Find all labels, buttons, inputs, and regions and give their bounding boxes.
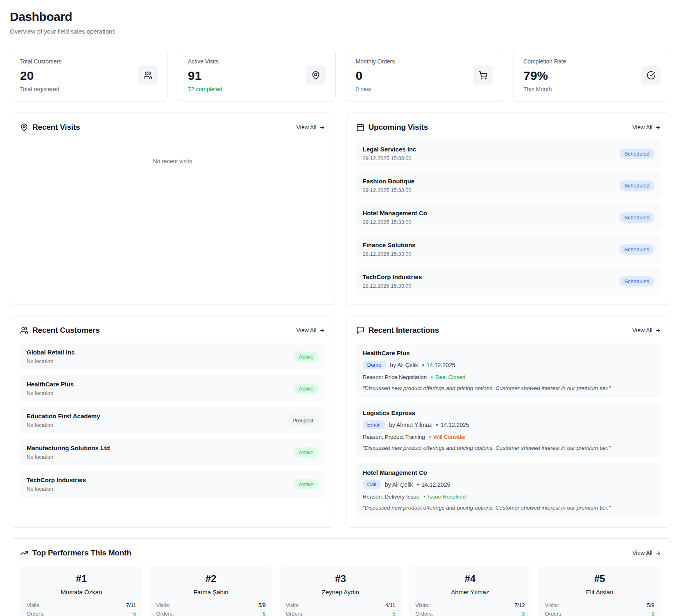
top-performers-view-all-button[interactable]: View All <box>632 550 661 556</box>
customer-name: Global Retail Inc <box>27 349 75 356</box>
performer-rank: #5 <box>545 573 654 584</box>
stat-card: Active Visits 91 72 completed <box>178 49 336 102</box>
performer-name: Fatma Şahin <box>156 589 265 596</box>
visit-datetime: 29.12.2025 15:33:00 <box>363 155 416 161</box>
stat-value: 20 <box>20 69 61 83</box>
trending-up-icon <box>20 549 28 557</box>
upcoming-visit-row[interactable]: Fashion Boutique 29.12.2025 15:33:00 Sch… <box>356 172 661 199</box>
interaction-card[interactable]: HealthCare Plus Demo by Ali Çelik 14.12.… <box>356 343 661 398</box>
upcoming-visit-row[interactable]: Legal Services Inc 29.12.2025 15:33:00 S… <box>356 140 661 167</box>
users-icon <box>20 326 28 334</box>
performer-card: #5 Elif Arslan Visits: 5/9 Orders: 3 Sco… <box>538 566 661 616</box>
recent-visits-empty-message: No recent visits <box>20 140 325 165</box>
recent-interactions-list: HealthCare Plus Demo by Ali Çelik 14.12.… <box>356 343 661 517</box>
customer-row[interactable]: TechCorp Industries No location Active <box>20 471 325 498</box>
interaction-type-badge: Email <box>363 420 385 429</box>
top-performers-panel: Top Performers This Month View All #1 Mu… <box>10 538 671 616</box>
interaction-card[interactable]: Logistics Express Email by Ahmet Yılmaz … <box>356 403 661 458</box>
stat-texts: Total Customers 20 Total registered <box>20 58 61 93</box>
customer-row[interactable]: HealthCare Plus No location Active <box>20 375 325 402</box>
performer-visits: 5/9 <box>258 602 266 608</box>
customer-status-badge: Active <box>294 352 318 362</box>
stat-value: 91 <box>188 69 222 83</box>
interaction-customer-name: Logistics Express <box>363 409 655 416</box>
performer-rank: #4 <box>415 573 525 584</box>
interaction-author: by Ali Çelik <box>390 362 418 368</box>
recent-interactions-panel: Recent Interactions View All HealthCare … <box>346 316 672 528</box>
orders-label: Orders: <box>156 611 174 616</box>
interaction-card[interactable]: Hotel Management Co Call by Ali Çelik 14… <box>356 463 661 517</box>
customer-name: Manufacturing Solutions Ltd <box>27 445 110 451</box>
performer-name: Elif Arslan <box>545 589 654 596</box>
shopping-cart-icon <box>473 65 493 85</box>
interaction-note: "Discussed new product offerings and pri… <box>363 505 655 511</box>
stat-card: Completion Rate 79% This Month <box>513 49 671 102</box>
visit-datetime: 29.12.2025 15:33:00 <box>363 219 428 225</box>
recent-interactions-title: Recent Interactions <box>369 326 439 335</box>
upcoming-visit-row[interactable]: TechCorp Industries 28.12.2025 15:33:00 … <box>356 268 661 295</box>
page-subtitle: Overview of your field sales operations <box>10 28 671 35</box>
orders-label: Orders: <box>545 611 563 616</box>
interaction-reason: Reason: Product Training <box>363 434 425 440</box>
stat-label: Active Visits <box>188 58 222 65</box>
visit-customer-name: Finance Solutions <box>363 241 416 248</box>
interaction-note: "Discussed new product offerings and pri… <box>363 445 655 451</box>
visit-datetime: 28.12.2025 15:33:00 <box>363 283 422 289</box>
performer-name: Mustafa Özkan <box>27 589 136 596</box>
upcoming-visits-list: Legal Services Inc 29.12.2025 15:33:00 S… <box>356 140 661 295</box>
top-performers-title: Top Performers This Month <box>32 548 131 557</box>
customer-location: No location <box>27 390 74 396</box>
performer-card: #3 Zeynep Aydın Visits: 4/11 Orders: 5 S… <box>279 566 402 616</box>
visits-label: Visits: <box>156 602 170 608</box>
stat-subtext: 0 new <box>356 86 395 93</box>
visit-datetime: 28.12.2025 15:33:00 <box>363 251 416 257</box>
visit-status-badge: Scheduled <box>620 181 654 191</box>
interaction-author: by Ahmet Yılmaz <box>389 422 432 428</box>
visit-status-badge: Scheduled <box>620 244 654 255</box>
performer-card: #2 Fatma Şahin Visits: 5/9 Orders: 5 Sco… <box>149 566 272 616</box>
recent-visits-title: Recent Visits <box>32 123 80 132</box>
performers-grid: #1 Mustafa Özkan Visits: 7/11 Orders: 5 … <box>20 566 661 616</box>
performer-visits: 5/9 <box>647 602 654 608</box>
visit-customer-name: Legal Services Inc <box>363 146 416 153</box>
customer-row[interactable]: Education First Academy No location Pros… <box>20 407 325 434</box>
stat-value: 79% <box>523 69 566 83</box>
performer-card: #1 Mustafa Özkan Visits: 7/11 Orders: 5 … <box>20 566 143 616</box>
stat-texts: Completion Rate 79% This Month <box>523 58 566 93</box>
customer-row[interactable]: Manufacturing Solutions Ltd No location … <box>20 439 325 466</box>
stats-grid: Total Customers 20 Total registered Acti… <box>10 49 671 102</box>
interaction-date: 14.12.2025 <box>422 362 455 368</box>
visit-datetime: 29.12.2025 15:33:00 <box>363 187 415 193</box>
customer-row[interactable]: Global Retail Inc No location Active <box>20 343 325 370</box>
map-pin-icon <box>306 65 326 85</box>
orders-label: Orders: <box>27 611 44 616</box>
upcoming-visits-view-all-button[interactable]: View All <box>632 124 661 131</box>
upcoming-visits-panel: Upcoming Visits View All Legal Services … <box>346 113 672 305</box>
interaction-author: by Ali Çelik <box>385 481 413 488</box>
stat-card: Monthly Orders 0 0 new <box>346 49 504 102</box>
upcoming-visit-row[interactable]: Finance Solutions 28.12.2025 15:33:00 Sc… <box>356 236 661 263</box>
orders-label: Orders: <box>415 611 433 616</box>
recent-visits-view-all-button[interactable]: View All <box>296 124 325 131</box>
customer-status-badge: Prospect <box>287 415 318 426</box>
customer-name: TechCorp Industries <box>27 476 86 483</box>
performer-orders: 5 <box>392 611 395 616</box>
recent-visits-panel: Recent Visits View All No recent visits <box>10 113 335 305</box>
visit-customer-name: Hotel Management Co <box>363 210 428 217</box>
recent-interactions-view-all-button[interactable]: View All <box>632 327 661 334</box>
upcoming-visit-row[interactable]: Hotel Management Co 29.12.2025 15:33:00 … <box>356 204 661 231</box>
performer-visits: 7/12 <box>514 602 525 608</box>
interaction-note: "Discussed new product offerings and pri… <box>363 385 655 391</box>
performer-visits: 7/11 <box>126 602 136 608</box>
recent-customers-panel: Recent Customers View All Global Retail … <box>10 316 335 528</box>
visit-status-badge: Scheduled <box>620 276 654 287</box>
interaction-customer-name: HealthCare Plus <box>363 350 655 357</box>
check-circle-icon <box>641 65 661 85</box>
visit-customer-name: TechCorp Industries <box>363 273 422 280</box>
customer-location: No location <box>27 486 86 492</box>
performer-visits: 4/11 <box>385 602 395 608</box>
arrow-right-icon <box>655 327 661 334</box>
arrow-right-icon <box>655 550 661 556</box>
customer-location: No location <box>27 454 110 460</box>
recent-customers-view-all-button[interactable]: View All <box>296 327 325 334</box>
